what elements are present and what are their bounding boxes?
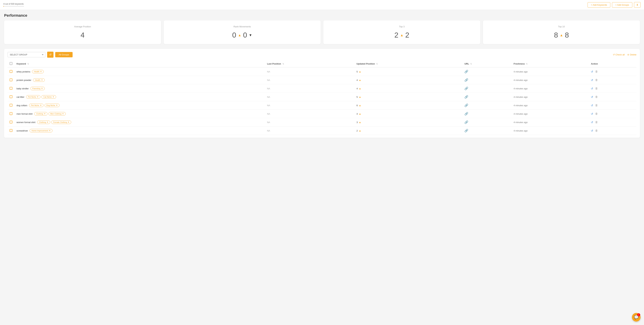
- check-all-label: Check all: [616, 53, 624, 56]
- row-refresh-button[interactable]: ↺: [591, 79, 593, 82]
- row-delete-button[interactable]: 🗑: [595, 87, 598, 90]
- keyword-tag: Parenting ✕: [30, 87, 45, 90]
- tag-remove[interactable]: ✕: [56, 104, 58, 107]
- avg-position-label: Average Position: [8, 25, 157, 28]
- url-link-icon[interactable]: 🔗: [464, 112, 468, 116]
- keyword-cell: screwdriverHome Improvement ✕: [14, 127, 265, 135]
- last-position-cell: NA: [265, 84, 354, 93]
- last-position-value: NA: [267, 113, 270, 115]
- add-keywords-button[interactable]: + Add Keywords: [588, 2, 610, 8]
- url-link-icon[interactable]: 🔗: [464, 70, 468, 73]
- row-checkbox[interactable]: [10, 70, 12, 73]
- refresh-button[interactable]: ↺: [47, 52, 54, 58]
- row-delete-button[interactable]: 🗑: [595, 112, 598, 115]
- select-group-dropdown[interactable]: SELECT GROUP: [8, 52, 46, 57]
- row-checkbox[interactable]: [10, 87, 12, 90]
- url-link-icon[interactable]: 🔗: [464, 121, 468, 124]
- row-refresh-button[interactable]: ↺: [591, 129, 593, 132]
- keyword-tag: Clothing ✕: [34, 112, 47, 116]
- keyword-tag: Health ✕: [33, 78, 45, 82]
- table-controls-left: SELECT GROUP ↺ All Groups: [8, 52, 72, 58]
- keyword-tag: Cat Niche ✕: [42, 95, 56, 99]
- row-refresh-button[interactable]: ↺: [591, 112, 593, 116]
- url-link-icon[interactable]: 🔗: [464, 104, 468, 107]
- table-row: dog collarsPet Niche ✕Dog Niche ✕NA6 ▲🔗4…: [8, 101, 636, 110]
- row-refresh-button[interactable]: ↺: [591, 70, 593, 73]
- row-refresh-button[interactable]: ↺: [591, 87, 593, 90]
- last-position-value: NA: [267, 96, 270, 98]
- row-delete-button[interactable]: 🗑: [595, 70, 598, 73]
- table-row: cat litterPet Niche ✕Cat Niche ✕NA5 ▲🔗4 …: [8, 93, 636, 101]
- row-checkbox[interactable]: [10, 121, 12, 123]
- row-checkbox-cell: [8, 84, 14, 93]
- row-delete-button[interactable]: 🗑: [595, 121, 598, 124]
- row-delete-button[interactable]: 🗑: [595, 79, 598, 82]
- table-row: screwdriverHome Improvement ✕NA2 ▲🔗4 min…: [8, 127, 636, 135]
- tag-remove[interactable]: ✕: [41, 79, 43, 81]
- url-link-icon[interactable]: 🔗: [464, 78, 468, 82]
- tag-remove[interactable]: ✕: [37, 96, 38, 98]
- row-refresh-button[interactable]: ↺: [591, 95, 593, 99]
- progress-bar-fill: [4, 6, 4, 7]
- tag-remove[interactable]: ✕: [49, 129, 50, 132]
- freshness-value: 4 minutes ago: [514, 129, 528, 132]
- position-up-icon: ▲: [359, 104, 361, 107]
- updated-position-cell: 3 ▲: [354, 118, 462, 127]
- row-checkbox[interactable]: [10, 104, 12, 107]
- tag-remove[interactable]: ✕: [46, 121, 48, 123]
- last-position-cell: NA: [265, 101, 354, 110]
- table-header-row: Keyword ⇅ Last Position ⇅ Updated Positi…: [8, 60, 636, 67]
- url-link-icon[interactable]: 🔗: [464, 95, 468, 99]
- rank-movements-value: 0 ▲ 0 ▼: [168, 31, 316, 39]
- row-checkbox[interactable]: [10, 79, 12, 81]
- row-checkbox-cell: [8, 118, 14, 127]
- refresh-icon: ↺: [49, 53, 52, 56]
- keyword-text: baby stroller: [16, 87, 29, 90]
- row-delete-button[interactable]: 🗑: [595, 95, 598, 99]
- tag-remove[interactable]: ✕: [41, 87, 43, 90]
- row-delete-button[interactable]: 🗑: [595, 104, 598, 107]
- header-checkbox[interactable]: [10, 62, 12, 65]
- row-checkbox[interactable]: [10, 95, 12, 98]
- keyword-text: dog collars: [16, 104, 27, 107]
- action-cell: ↺ 🗑: [589, 101, 636, 110]
- table-row: men formal shirtClothing ✕Men Clothing ✕…: [8, 110, 636, 118]
- table-controls: SELECT GROUP ↺ All Groups ↺ Check all ⊖ …: [8, 52, 636, 58]
- header-freshness: Freshness ⇅: [512, 60, 589, 67]
- row-checkbox-cell: [8, 127, 14, 135]
- add-groups-button[interactable]: + Add Groups: [612, 2, 632, 8]
- check-all-button[interactable]: ↺ Check all: [613, 53, 624, 56]
- download-button[interactable]: ⬇: [634, 2, 640, 8]
- url-cell: 🔗: [462, 110, 512, 118]
- tag-remove[interactable]: ✕: [44, 113, 46, 115]
- tag-remove[interactable]: ✕: [40, 70, 42, 73]
- all-groups-button[interactable]: All Groups: [55, 52, 72, 57]
- position-up-icon: ▲: [359, 79, 361, 81]
- updated-position-value: 6: [356, 104, 358, 107]
- tag-remove[interactable]: ✕: [62, 113, 64, 115]
- freshness-cell: 4 minutes ago: [512, 101, 589, 110]
- delete-button[interactable]: ⊖ Delete: [627, 53, 636, 56]
- row-delete-button[interactable]: 🗑: [595, 129, 598, 132]
- url-link-icon[interactable]: 🔗: [464, 129, 468, 132]
- keyword-text: men formal shirt: [16, 113, 32, 115]
- row-refresh-button[interactable]: ↺: [591, 121, 593, 124]
- tag-remove[interactable]: ✕: [52, 96, 54, 98]
- last-position-value: NA: [267, 70, 270, 73]
- row-checkbox[interactable]: [10, 112, 12, 115]
- tag-remove[interactable]: ✕: [40, 104, 42, 107]
- keyword-cell: women formal shirtClothing ✕Female Cloth…: [14, 118, 265, 127]
- url-link-icon[interactable]: 🔗: [464, 87, 468, 90]
- url-cell: 🔗: [462, 101, 512, 110]
- rank-movements-card: Rank Movements 0 ▲ 0 ▼: [164, 21, 320, 44]
- url-cell: 🔗: [462, 127, 512, 135]
- updated-position-value: 2: [356, 129, 358, 132]
- row-refresh-button[interactable]: ↺: [591, 104, 593, 107]
- tag-remove[interactable]: ✕: [68, 121, 69, 123]
- row-checkbox-cell: [8, 67, 14, 76]
- position-up-icon: ▲: [359, 96, 361, 98]
- keyword-tag: Home Improvement ✕: [30, 129, 52, 132]
- last-position-value: NA: [267, 104, 270, 107]
- row-checkbox[interactable]: [10, 129, 12, 132]
- updated-position-cell: 5 ▲: [354, 67, 462, 76]
